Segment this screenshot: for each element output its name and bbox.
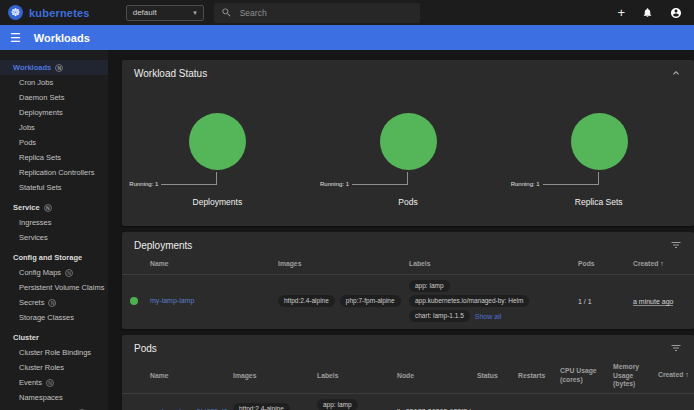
column-header-images: Images (278, 260, 409, 268)
bell-icon (642, 7, 653, 18)
column-header-node: Node (397, 372, 477, 380)
chart-pods: Running: 1 Pods (313, 79, 504, 217)
column-header-memory-usage: Memory Usage (bytes) (603, 363, 658, 387)
sidebar-item-events[interactable]: EventsN (0, 375, 108, 390)
legend-line (161, 184, 217, 185)
create-resource-button[interactable]: + (617, 6, 625, 19)
pods-card-title: Pods (134, 343, 157, 354)
sidebar-item-workloads[interactable]: WorkloadsN (0, 60, 108, 75)
deployments-card-title: Deployments (134, 240, 192, 251)
sidebar-item-pods[interactable]: Pods (0, 135, 108, 150)
sidebar-item-config-and-storage[interactable]: Config and Storage (0, 250, 108, 265)
label-chip: app.kubernetes.io/managed-by: Helm (409, 295, 529, 307)
plus-icon: + (617, 6, 625, 19)
column-header-labels: Labels (409, 260, 578, 268)
pods-pie-chart (380, 113, 437, 170)
sidebar-item-replica-sets[interactable]: Replica Sets (0, 150, 108, 165)
sidebar-item-jobs[interactable]: Jobs (0, 120, 108, 135)
sidebar-item-config-maps[interactable]: Config MapsN (0, 265, 108, 280)
kubernetes-home-link[interactable]: ☸ kubernetes (8, 5, 90, 20)
deployments-table-header: Name Images Labels Pods Created↑ (122, 255, 694, 275)
column-header-labels: Labels (317, 372, 397, 380)
legend-line (352, 184, 408, 185)
sidebar-item-persistent-volume-claims[interactable]: Persistent Volume ClaimsN (0, 280, 108, 295)
sidebar-item-cron-jobs[interactable]: Cron Jobs (0, 75, 108, 90)
notifications-button[interactable] (642, 7, 653, 18)
sidebar-item-network-policies[interactable]: Network PoliciesN (0, 405, 108, 410)
column-header-name: Name (150, 260, 278, 268)
label-chip: app: lamp (409, 280, 450, 292)
workload-status-charts: Running: 1 Deployments Running: 1 Pods (122, 79, 694, 217)
chart-deployments: Running: 1 Deployments (122, 79, 313, 217)
sidebar-item-cluster-roles[interactable]: Cluster Roles (0, 360, 108, 375)
namespace-selector[interactable]: default ▾ (126, 5, 204, 21)
filter-button[interactable] (670, 239, 682, 251)
replica-sets-pie-chart (571, 113, 628, 170)
page-header: ☰ Workloads (0, 25, 694, 50)
sidebar-item-cluster[interactable]: Cluster (0, 330, 108, 345)
sidebar-item-ingresses[interactable]: Ingresses (0, 215, 108, 230)
sidebar-item-deployments[interactable]: Deployments (0, 105, 108, 120)
workload-status-title: Workload Status (134, 68, 207, 79)
brand-name: kubernetes (29, 7, 90, 19)
sidebar-item-stateful-sets[interactable]: Stateful Sets (0, 180, 108, 195)
chevron-up-icon (670, 67, 682, 79)
sidebar-item-daemon-sets[interactable]: Daemon Sets (0, 90, 108, 105)
created-timestamp: a minute ago (633, 298, 673, 306)
column-header-cpu-usage: CPU Usage (cores) (550, 367, 603, 383)
sidebar-item-namespaces[interactable]: Namespaces (0, 390, 108, 405)
account-button[interactable] (670, 7, 682, 19)
column-header-created[interactable]: Created↑ (658, 371, 694, 379)
sidebar-item-secrets[interactable]: SecretsN (0, 295, 108, 310)
sidebar-item-service[interactable]: ServiceN (0, 200, 108, 215)
pods-card: Pods Name Images Labels Node Status Rest… (122, 335, 694, 410)
collapse-card-button[interactable] (670, 67, 682, 79)
deployments-card: Deployments Name Images Labels Pods Crea… (122, 232, 694, 329)
sort-ascending-icon: ↑ (685, 371, 689, 378)
deployments-pie-chart (189, 113, 246, 170)
sidebar-item-services[interactable]: Services (0, 230, 108, 245)
search-icon (221, 7, 232, 18)
image-chip: httpd:2.4-alpine (278, 295, 335, 307)
menu-icon[interactable]: ☰ (10, 32, 21, 44)
workload-status-card: Workload Status Running: 1 Deployments R… (122, 60, 694, 226)
image-chip: php:7-fpm-alpine (340, 295, 401, 307)
search-input[interactable] (238, 7, 413, 19)
kubernetes-logo-icon: ☸ (8, 5, 23, 20)
chart-title: Pods (313, 197, 504, 207)
column-header-created[interactable]: Created↑ (633, 260, 694, 268)
legend-line (543, 184, 599, 185)
deployment-name-link[interactable]: my-lamp-lamp (150, 297, 194, 304)
legend-connector: Running: 1 (129, 181, 217, 187)
sidebar-item-storage-classes[interactable]: Storage Classes (0, 310, 108, 325)
chart-title: Replica Sets (503, 197, 694, 207)
sidebar-item-cluster-role-bindings[interactable]: Cluster Role Bindings (0, 345, 108, 360)
column-header-name: Name (150, 372, 233, 380)
legend-connector: Running: 1 (511, 181, 599, 187)
filter-button[interactable] (670, 342, 682, 354)
column-header-pods: Pods (578, 260, 633, 268)
label-chip: chart: lamp-1.1.5 (409, 310, 470, 322)
filter-icon (670, 342, 682, 354)
sort-ascending-icon: ↑ (660, 260, 664, 267)
show-all-link[interactable]: Show all (475, 313, 501, 320)
status-ok-icon (130, 297, 138, 305)
namespaced-icon: N (55, 64, 63, 72)
namespaced-icon: N (65, 269, 73, 277)
search-bar[interactable] (214, 3, 420, 23)
deployment-row: my-lamp-lamp httpd:2.4-alpine php:7-fpm-… (122, 275, 694, 329)
sidebar-item-replication-controllers[interactable]: Replication Controllers (0, 165, 108, 180)
legend-connector: Running: 1 (320, 181, 408, 187)
chart-legend-label: Running: 1 (511, 181, 540, 187)
chart-replica-sets: Running: 1 Replica Sets (503, 79, 694, 217)
column-header-status: Status (477, 372, 518, 380)
pods-table-header: Name Images Labels Node Status Restarts … (122, 358, 694, 393)
label-chip: app: lamp (317, 399, 358, 410)
top-app-bar: ☸ kubernetes default ▾ + (0, 0, 694, 25)
chevron-down-icon: ▾ (193, 9, 197, 17)
chart-legend-label: Running: 1 (129, 181, 158, 187)
pods-count: 1 / 1 (578, 298, 633, 305)
page-title: Workloads (34, 32, 90, 44)
column-header-restarts: Restarts (518, 372, 550, 380)
helm-wheel-icon: ☸ (11, 7, 21, 18)
